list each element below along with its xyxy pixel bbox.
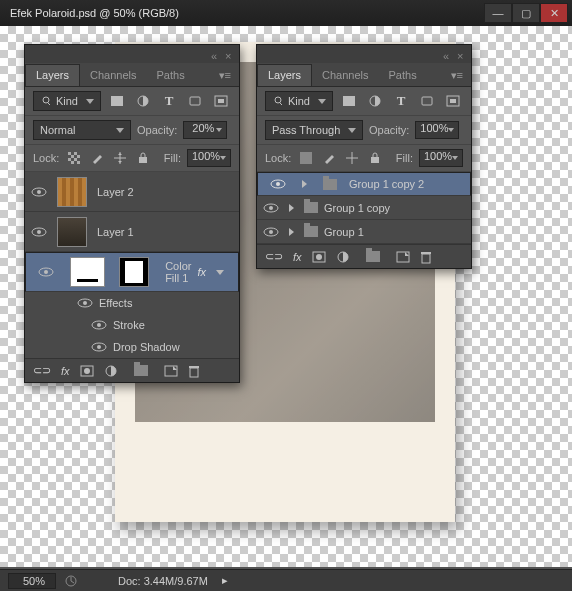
visibility-icon[interactable]: [25, 186, 53, 198]
effect-item[interactable]: Stroke: [113, 319, 145, 331]
fx-icon[interactable]: fx: [293, 251, 302, 263]
collapse-icon[interactable]: «: [443, 50, 451, 58]
panel-header[interactable]: « ×: [257, 45, 471, 63]
fx-toggle-icon[interactable]: [216, 270, 224, 275]
group-icon[interactable]: [366, 251, 380, 262]
panel-footer: ⊂⊃ fx: [25, 358, 239, 382]
group-name[interactable]: Group 1 copy: [324, 202, 390, 214]
new-layer-icon[interactable]: [164, 365, 178, 377]
fill-field[interactable]: 100%: [419, 149, 463, 167]
visibility-icon[interactable]: [32, 266, 60, 278]
filter-adjustment-icon[interactable]: [365, 92, 385, 110]
status-icon[interactable]: [64, 574, 78, 588]
filter-kind-select[interactable]: Kind: [33, 91, 101, 111]
layer-thumbnail[interactable]: [57, 217, 87, 247]
maximize-button[interactable]: ▢: [512, 3, 540, 23]
filter-pixel-icon[interactable]: [107, 92, 127, 110]
group-name[interactable]: Group 1: [324, 226, 364, 238]
filter-pixel-icon[interactable]: [339, 92, 359, 110]
close-panel-icon[interactable]: ×: [225, 50, 233, 58]
close-button[interactable]: ✕: [540, 3, 568, 23]
mask-thumbnail[interactable]: [119, 257, 149, 287]
layer-row[interactable]: Layer 1: [25, 212, 239, 252]
svg-rect-49: [421, 252, 431, 254]
layer-thumbnail[interactable]: [57, 177, 87, 207]
layers-panel-left[interactable]: « × Layers Channels Paths ▾≡ Kind T Norm…: [24, 44, 240, 383]
panel-header[interactable]: « ×: [25, 45, 239, 63]
panel-menu-icon[interactable]: ▾≡: [443, 65, 471, 86]
opacity-field[interactable]: 20%: [183, 121, 227, 139]
group-row[interactable]: Group 1 copy: [257, 196, 471, 220]
tab-layers[interactable]: Layers: [25, 64, 80, 86]
filter-type-icon[interactable]: T: [391, 92, 411, 110]
layer-row[interactable]: Layer 2: [25, 172, 239, 212]
fx-badge[interactable]: fx: [197, 266, 206, 278]
filter-shape-icon[interactable]: [185, 92, 205, 110]
lock-position-icon[interactable]: [112, 149, 129, 167]
expand-icon[interactable]: [302, 180, 307, 188]
lock-pixels-icon[interactable]: [88, 149, 105, 167]
visibility-icon[interactable]: [257, 226, 285, 238]
visibility-icon[interactable]: [25, 226, 53, 238]
tab-channels[interactable]: Channels: [312, 65, 378, 86]
svg-point-12: [37, 190, 41, 194]
group-row[interactable]: Group 1: [257, 220, 471, 244]
close-panel-icon[interactable]: ×: [457, 50, 465, 58]
collapse-icon[interactable]: «: [211, 50, 219, 58]
expand-icon[interactable]: [289, 228, 294, 236]
visibility-icon[interactable]: [91, 341, 107, 353]
lock-all-icon[interactable]: [135, 149, 152, 167]
blend-mode-select[interactable]: Pass Through: [265, 120, 363, 140]
lock-pixels-icon[interactable]: [320, 149, 337, 167]
tab-paths[interactable]: Paths: [147, 65, 195, 86]
filter-type-icon[interactable]: T: [159, 92, 179, 110]
visibility-icon[interactable]: [77, 297, 93, 309]
group-icon[interactable]: [134, 365, 148, 376]
link-layers-icon[interactable]: ⊂⊃: [265, 250, 283, 263]
effect-item[interactable]: Drop Shadow: [113, 341, 180, 353]
filter-kind-select[interactable]: Kind: [265, 91, 333, 111]
adjustment-icon[interactable]: [336, 250, 350, 264]
fill-thumbnail[interactable]: [70, 257, 106, 287]
trash-icon[interactable]: [420, 250, 432, 264]
fill-field[interactable]: 100%: [187, 149, 231, 167]
lock-position-icon[interactable]: [344, 149, 361, 167]
filter-smart-icon[interactable]: [443, 92, 463, 110]
svg-rect-36: [300, 152, 312, 164]
adjustment-icon[interactable]: [104, 364, 118, 378]
visibility-icon[interactable]: [264, 178, 292, 190]
visibility-icon[interactable]: [91, 319, 107, 331]
doc-size-menu-icon[interactable]: ▸: [222, 574, 228, 587]
zoom-field[interactable]: 50%: [8, 573, 56, 589]
filter-smart-icon[interactable]: [211, 92, 231, 110]
group-row[interactable]: Group 1 copy 2: [257, 172, 471, 196]
filter-shape-icon[interactable]: [417, 92, 437, 110]
group-name[interactable]: Group 1 copy 2: [349, 178, 424, 190]
mask-icon[interactable]: [312, 251, 326, 263]
opacity-field[interactable]: 100%: [415, 121, 459, 139]
expand-icon[interactable]: [289, 204, 294, 212]
layer-row[interactable]: Color Fill 1 fx: [25, 252, 239, 292]
visibility-icon[interactable]: [257, 202, 285, 214]
tab-channels[interactable]: Channels: [80, 65, 146, 86]
layers-panel-right[interactable]: « × Layers Channels Paths ▾≡ Kind T Pass…: [256, 44, 472, 269]
layer-name[interactable]: Layer 2: [91, 186, 239, 198]
blend-mode-select[interactable]: Normal: [33, 120, 131, 140]
minimize-button[interactable]: —: [484, 3, 512, 23]
tab-layers[interactable]: Layers: [257, 64, 312, 86]
link-layers-icon[interactable]: ⊂⊃: [33, 364, 51, 377]
new-layer-icon[interactable]: [396, 251, 410, 263]
trash-icon[interactable]: [188, 364, 200, 378]
lock-all-icon[interactable]: [367, 149, 384, 167]
fx-icon[interactable]: fx: [61, 365, 70, 377]
layer-name[interactable]: Color Fill 1: [159, 260, 191, 284]
layer-name[interactable]: Layer 1: [91, 226, 239, 238]
svg-rect-4: [190, 97, 200, 105]
mask-icon[interactable]: [80, 365, 94, 377]
lock-transparent-icon[interactable]: [297, 149, 314, 167]
filter-adjustment-icon[interactable]: [133, 92, 153, 110]
panel-menu-icon[interactable]: ▾≡: [211, 65, 239, 86]
tab-paths[interactable]: Paths: [379, 65, 427, 86]
lock-transparent-icon[interactable]: [65, 149, 82, 167]
effects-header[interactable]: Effects: [99, 297, 132, 309]
